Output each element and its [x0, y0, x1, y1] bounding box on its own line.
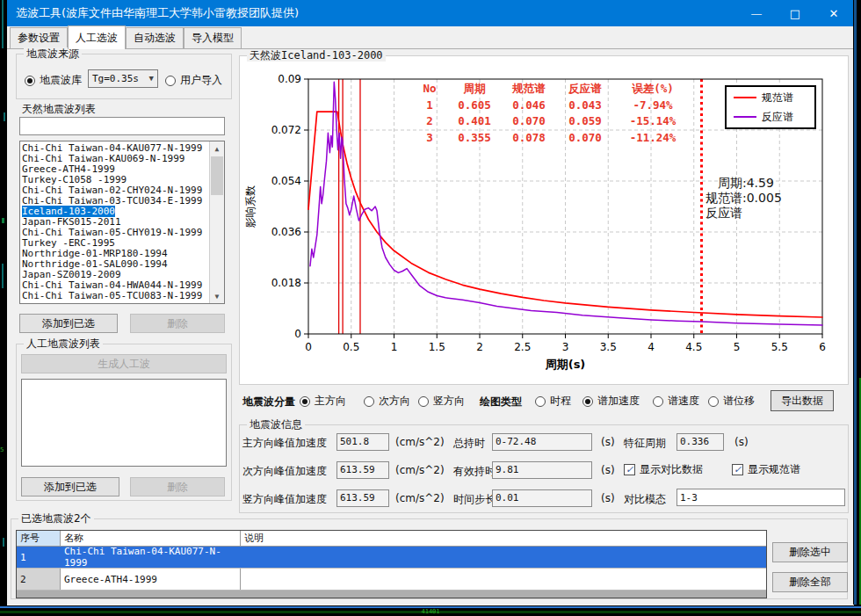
- natural-wave-list[interactable]: Chi-Chi Taiwan-04-KAU077-N-1999Chi-Chi T…: [19, 141, 225, 304]
- table-row[interactable]: 2 Greece-ATH4-1999: [17, 569, 766, 591]
- list-item[interactable]: Chi-Chi Taiwan-05-TCU083-N-1999: [22, 291, 224, 301]
- radio-type-spectral-velocity[interactable]: 谱速度: [653, 394, 699, 409]
- radio-dot-icon: [418, 396, 429, 407]
- wave-info-group-label: 地震波信息: [247, 418, 305, 431]
- selected-waves-table[interactable]: 序号 名称 说明 1 Chi-Chi Taiwan-04-KAU077-N-19…: [16, 530, 767, 598]
- export-data-button[interactable]: 导出数据: [771, 390, 834, 411]
- radio-type-spectral-acceleration[interactable]: 谱加速度: [582, 394, 640, 409]
- wave-source-group-label: 地震波来源: [24, 47, 82, 60]
- svg-text:3: 3: [562, 341, 569, 353]
- plot-type-label: 绘图类型: [480, 395, 522, 409]
- artificial-wave-group-label: 人工地震波列表: [24, 337, 103, 350]
- titlebar: 选波工具(波库文件由华南理工大学韩小雷教授团队提供) — □ ✕: [7, 0, 853, 26]
- spectrum-chart-group: 天然波Iceland-103-2000 00.511.522.533.544.5…: [239, 55, 849, 385]
- vertical-peak-accel-value[interactable]: 613.59: [336, 489, 389, 507]
- total-duration-value[interactable]: 0-72.48: [492, 433, 592, 451]
- natural-wave-list-label: 天然地震波列表: [22, 102, 96, 117]
- time-step-label: 时间步长: [453, 492, 496, 507]
- table-header-description[interactable]: 说明: [241, 531, 766, 546]
- table-row[interactable]: 1 Chi-Chi Taiwan-04-KAU077-N-1999: [17, 547, 766, 569]
- scrollbar-down-icon[interactable]: ▼: [210, 289, 224, 303]
- svg-text:1.5: 1.5: [429, 341, 445, 353]
- characteristic-period-value[interactable]: 0.336: [676, 433, 724, 451]
- delete-selected-button[interactable]: 删除选中: [772, 542, 848, 562]
- checkbox-show-code-spectrum[interactable]: 显示规范谱: [732, 462, 800, 477]
- accel-unit-label: (cm/s^2): [395, 436, 445, 448]
- svg-text:2.5: 2.5: [514, 341, 531, 353]
- svg-text:4: 4: [648, 341, 655, 353]
- secondary-peak-accel-value[interactable]: 613.59: [336, 461, 389, 479]
- svg-text:5: 5: [734, 341, 741, 353]
- svg-text:2: 2: [476, 341, 483, 353]
- main-peak-accel-value[interactable]: 501.8: [336, 433, 389, 451]
- svg-text:0.054: 0.054: [271, 175, 301, 187]
- screen: 5 选波工具(波库文件由华南理工大学韩小雷教授团队提供) — □ ✕ 参数设置 …: [0, 0, 861, 616]
- radio-dot-icon: [582, 396, 593, 407]
- selected-waves-group-label: 已选地震波2个: [18, 512, 94, 525]
- svg-text:5.5: 5.5: [771, 341, 788, 353]
- radio-dot-icon: [708, 396, 719, 407]
- radio-type-spectral-displacement[interactable]: 谱位移: [708, 394, 755, 409]
- tab-parameter-settings[interactable]: 参数设置: [10, 27, 68, 48]
- compare-modes-input[interactable]: [676, 489, 845, 506]
- chart-title: 天然波Iceland-103-2000: [247, 49, 386, 62]
- cad-line-decoration: [4, 112, 5, 121]
- seconds-unit-label: (s): [601, 492, 615, 504]
- add-to-selected-button[interactable]: 添加到已选: [19, 314, 118, 333]
- checkbox-show-comparison[interactable]: 显示对比数据: [624, 462, 703, 477]
- background-app-left-strip: 5: [0, 0, 7, 616]
- scrollbar-up-icon[interactable]: ▲: [210, 141, 224, 156]
- main-peak-accel-label: 主方向峰值加速度: [242, 436, 327, 451]
- seconds-unit-label: (s): [601, 436, 615, 448]
- tg-dropdown[interactable]: Tg=0.35s ▼: [88, 69, 158, 88]
- scrollbar-thumb[interactable]: [211, 156, 223, 195]
- total-duration-label: 总持时: [453, 436, 485, 451]
- tab-manual-selection[interactable]: 人工选波: [68, 25, 126, 49]
- red-line-icon: [734, 97, 756, 98]
- radio-component-main[interactable]: 主方向: [300, 394, 346, 409]
- minimize-button[interactable]: —: [737, 0, 776, 26]
- time-step-value[interactable]: 0.01: [492, 489, 592, 507]
- background-app-statusbar: 41401: [0, 605, 861, 616]
- svg-text:周期(s): 周期(s): [545, 358, 586, 371]
- selected-waves-group: 已选地震波2个 序号 名称 说明 1 Chi-Chi Taiwan-04-KAU…: [11, 518, 848, 599]
- chart-legend: 规范谱 反应谱: [725, 85, 816, 129]
- radio-dot-icon: [165, 76, 176, 86]
- tab-bar: 参数设置 人工选波 自动选波 导入模型: [7, 26, 853, 49]
- table-header-row: 序号 名称 说明: [17, 531, 766, 547]
- artificial-wave-list[interactable]: [21, 379, 227, 467]
- accel-unit-label: (cm/s^2): [395, 464, 445, 476]
- svg-text:3.5: 3.5: [600, 341, 617, 353]
- spectrum-error-table: No 周期 规范谱 反应谱 误差(%) 1 0.605 0.046 0.043 …: [412, 81, 691, 146]
- table-header-name[interactable]: 名称: [61, 531, 241, 546]
- effective-duration-value[interactable]: 9.81: [492, 461, 592, 479]
- radio-component-vertical[interactable]: 竖方向: [418, 394, 465, 409]
- wave-selection-dialog: 选波工具(波库文件由华南理工大学韩小雷教授团队提供) — □ ✕ 参数设置 人工…: [7, 0, 853, 605]
- delete-all-button[interactable]: 删除全部: [772, 572, 848, 592]
- radio-wave-library[interactable]: 地震波库: [25, 73, 82, 88]
- radio-user-import[interactable]: 用户导入: [165, 73, 222, 88]
- tab-auto-selection[interactable]: 自动选波: [126, 27, 184, 48]
- component-label: 地震波分量: [242, 395, 295, 409]
- generate-artificial-wave-button[interactable]: 生成人工波: [21, 354, 227, 373]
- purple-line-icon: [734, 116, 756, 118]
- cad-line-decoration: [2, 264, 4, 288]
- table-header-no[interactable]: 序号: [17, 531, 61, 546]
- delete-artificial-button[interactable]: 删除: [130, 477, 225, 496]
- secondary-peak-accel-label: 次方向峰值加速度: [242, 464, 327, 479]
- radio-dot-icon: [364, 396, 374, 407]
- characteristic-period-label: 特征周期: [624, 436, 666, 451]
- natural-wave-filter-input[interactable]: [19, 117, 225, 135]
- seconds-unit-label: (s): [734, 436, 749, 448]
- radio-component-secondary[interactable]: 次方向: [364, 394, 410, 409]
- svg-text:0.036: 0.036: [271, 226, 301, 238]
- tab-import-model[interactable]: 导入模型: [184, 27, 242, 48]
- delete-natural-button[interactable]: 删除: [130, 314, 225, 333]
- list-scrollbar[interactable]: ▲ ▼: [209, 141, 224, 303]
- radio-type-time-history[interactable]: 时程: [535, 394, 571, 409]
- add-artificial-to-selected-button[interactable]: 添加到已选: [21, 477, 119, 496]
- radio-dot-icon: [25, 76, 35, 86]
- svg-text:4.5: 4.5: [685, 341, 702, 353]
- maximize-button[interactable]: □: [776, 0, 814, 26]
- close-button[interactable]: ✕: [814, 0, 853, 26]
